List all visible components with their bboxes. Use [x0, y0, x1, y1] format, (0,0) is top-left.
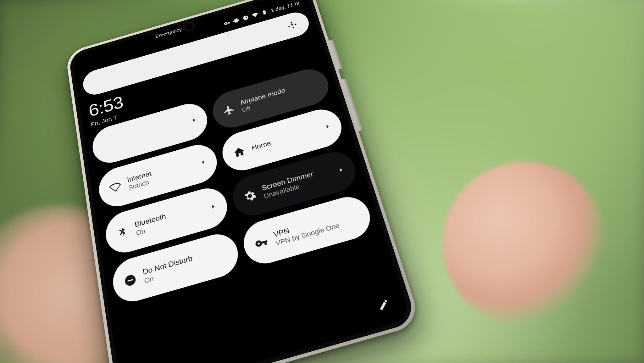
bluetooth-icon	[116, 225, 130, 240]
wifi-icon	[108, 181, 122, 195]
wifi-status-icon	[251, 12, 259, 20]
airplane-icon	[222, 103, 236, 117]
vpn-key-icon	[223, 20, 231, 28]
edit-tiles-button[interactable]	[375, 296, 394, 315]
tile-dnd[interactable]: Do Not Disturb On	[110, 229, 242, 307]
tile-subtitle: On	[136, 221, 168, 237]
chevron-right-icon	[190, 116, 199, 125]
chevron-right-icon	[336, 165, 347, 175]
pencil-icon	[376, 298, 392, 313]
tile-title: Do Not Disturb	[142, 254, 193, 277]
tile-title: VPN	[273, 212, 338, 239]
dnd-status-icon	[242, 14, 250, 22]
phone: Emergency 1 day, 11 hr	[65, 0, 421, 363]
battery-icon	[261, 9, 269, 17]
chevron-right-icon	[323, 122, 333, 131]
dnd-icon	[123, 272, 137, 288]
vibrate-icon	[233, 17, 240, 25]
home-icon	[232, 145, 246, 159]
tile-subtitle: On	[144, 263, 195, 285]
tile-title: Screen Dimmer	[261, 170, 314, 193]
tile-title: Bluetooth	[134, 212, 167, 229]
brightness-icon	[286, 20, 298, 31]
chevron-right-icon	[199, 158, 208, 167]
tile-vpn[interactable]: VPN VPN by Google One	[240, 192, 376, 269]
screen: Emergency 1 day, 11 hr	[72, 0, 412, 363]
chevron-right-icon	[208, 202, 218, 211]
tile-title: Home	[251, 139, 272, 152]
tile-subtitle: Unavailable	[263, 178, 316, 201]
tile-subtitle: VPN by Google One	[275, 221, 341, 248]
gear-icon	[242, 189, 258, 204]
vpn-icon	[254, 235, 269, 251]
